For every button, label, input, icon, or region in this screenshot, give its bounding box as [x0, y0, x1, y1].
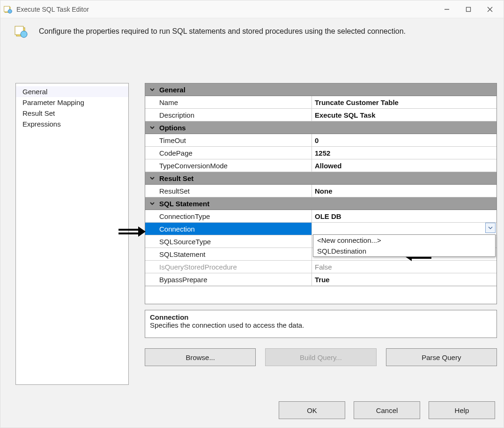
- prop-timeout-value[interactable]: 0: [312, 134, 497, 146]
- build-query-button: Build Query...: [265, 348, 376, 366]
- ok-button[interactable]: OK: [279, 401, 345, 419]
- prop-resultset-value[interactable]: None: [312, 185, 497, 197]
- category-sqlstatement[interactable]: SQL Statement: [145, 197, 497, 210]
- titlebar: Execute SQL Task Editor: [0, 0, 504, 18]
- connection-dropdown-list[interactable]: <New connection...> SQLDestination: [313, 234, 496, 257]
- dropdown-item-sqldestination[interactable]: SQLDestination: [313, 246, 495, 256]
- prop-connection[interactable]: Connection: [145, 223, 497, 235]
- minimize-icon: [444, 7, 450, 12]
- window-root: Execute SQL Task Editor Configure the pr…: [0, 0, 504, 428]
- prop-description[interactable]: Description Execute SQL Task: [145, 109, 497, 121]
- browse-button[interactable]: Browse...: [145, 348, 256, 366]
- prop-connectiontype[interactable]: ConnectionType OLE DB: [145, 210, 497, 223]
- help-title: Connection: [150, 313, 492, 321]
- category-options-label: Options: [159, 124, 497, 132]
- prop-resultset-label: ResultSet: [145, 185, 312, 197]
- prop-resultset[interactable]: ResultSet None: [145, 185, 497, 197]
- property-grid: General Name Truncate Customer Table Des…: [145, 83, 497, 304]
- prop-description-value[interactable]: Execute SQL Task: [312, 109, 497, 121]
- prop-name[interactable]: Name Truncate Customer Table: [145, 96, 497, 109]
- grid-blank-row: [145, 286, 497, 304]
- chevron-down-icon: [145, 125, 159, 130]
- maximize-button[interactable]: [458, 2, 479, 16]
- prop-timeout[interactable]: TimeOut 0: [145, 134, 497, 147]
- prop-connectiontype-label: ConnectionType: [145, 210, 312, 222]
- category-general-label: General: [159, 86, 497, 94]
- chevron-down-icon: [145, 201, 159, 206]
- category-general[interactable]: General: [145, 83, 497, 96]
- prop-typeconversion-label: TypeConversionMode: [145, 159, 312, 172]
- prop-isquerysp-label: IsQueryStoredProcedure: [145, 261, 312, 273]
- close-icon: [487, 7, 493, 12]
- prop-sqlstatement-label: SQLStatement: [145, 248, 312, 260]
- nav-item-parameter-mapping[interactable]: Parameter Mapping: [16, 97, 128, 108]
- window-title: Execute SQL Task Editor: [16, 6, 436, 13]
- parse-query-button[interactable]: Parse Query: [386, 348, 497, 366]
- chevron-down-icon: [145, 87, 159, 92]
- prop-bypassprepare[interactable]: BypassPrepare True: [145, 273, 497, 286]
- task-icon: [14, 24, 29, 39]
- prop-codepage-value[interactable]: 1252: [312, 147, 497, 159]
- prop-sqlsourcetype-label: SQLSourceType: [145, 235, 312, 248]
- nav-item-expressions[interactable]: Expressions: [16, 119, 128, 129]
- category-sqlstatement-label: SQL Statement: [159, 200, 497, 208]
- category-resultset-label: Result Set: [159, 174, 497, 182]
- app-icon: [3, 5, 13, 14]
- help-box: Connection Specifies the connection used…: [145, 310, 497, 338]
- prop-codepage[interactable]: CodePage 1252: [145, 147, 497, 159]
- chevron-down-icon: [145, 175, 159, 181]
- dropdown-item-new-connection[interactable]: <New connection...>: [313, 235, 495, 246]
- category-options[interactable]: Options: [145, 121, 497, 134]
- svg-point-2: [8, 9, 12, 13]
- prop-typeconversion[interactable]: TypeConversionMode Allowed: [145, 159, 497, 172]
- svg-point-9: [21, 31, 27, 38]
- prop-bypass-label: BypassPrepare: [145, 273, 312, 285]
- dialog-buttons: OK Cancel Help: [279, 401, 495, 419]
- nav-panel: General Parameter Mapping Result Set Exp…: [15, 83, 129, 385]
- action-row: Browse... Build Query... Parse Query: [145, 348, 497, 366]
- content-area: General Parameter Mapping Result Set Exp…: [15, 83, 495, 396]
- minimize-button[interactable]: [436, 2, 458, 16]
- category-resultset[interactable]: Result Set: [145, 172, 497, 185]
- help-button[interactable]: Help: [429, 401, 495, 419]
- prop-connection-label: Connection: [145, 223, 312, 235]
- prop-name-value[interactable]: Truncate Customer Table: [312, 96, 497, 108]
- prop-name-label: Name: [145, 96, 312, 108]
- prop-connection-value[interactable]: [312, 223, 497, 235]
- connection-dropdown-button[interactable]: [485, 223, 496, 233]
- cancel-button[interactable]: Cancel: [354, 401, 420, 419]
- prop-typeconversion-value[interactable]: Allowed: [312, 159, 497, 172]
- prop-timeout-label: TimeOut: [145, 134, 312, 146]
- description-bar: Configure the properties required to run…: [0, 18, 504, 40]
- svg-rect-4: [467, 7, 471, 11]
- nav-item-result-set[interactable]: Result Set: [16, 108, 128, 119]
- prop-isquerystoredprocedure: IsQueryStoredProcedure False: [145, 261, 497, 273]
- chevron-down-icon: [488, 225, 493, 230]
- nav-item-general[interactable]: General: [16, 86, 128, 97]
- help-text: Specifies the connection used to access …: [150, 321, 492, 329]
- prop-codepage-label: CodePage: [145, 147, 312, 159]
- maximize-icon: [466, 7, 471, 12]
- window-controls: [436, 2, 501, 16]
- prop-isquerysp-value: False: [312, 261, 497, 273]
- prop-bypass-value[interactable]: True: [312, 273, 497, 285]
- prop-description-label: Description: [145, 109, 312, 121]
- prop-connectiontype-value[interactable]: OLE DB: [312, 210, 497, 222]
- description-text: Configure the properties required to run…: [39, 27, 406, 36]
- close-button[interactable]: [479, 2, 501, 16]
- property-grid-panel: General Name Truncate Customer Table Des…: [145, 83, 495, 366]
